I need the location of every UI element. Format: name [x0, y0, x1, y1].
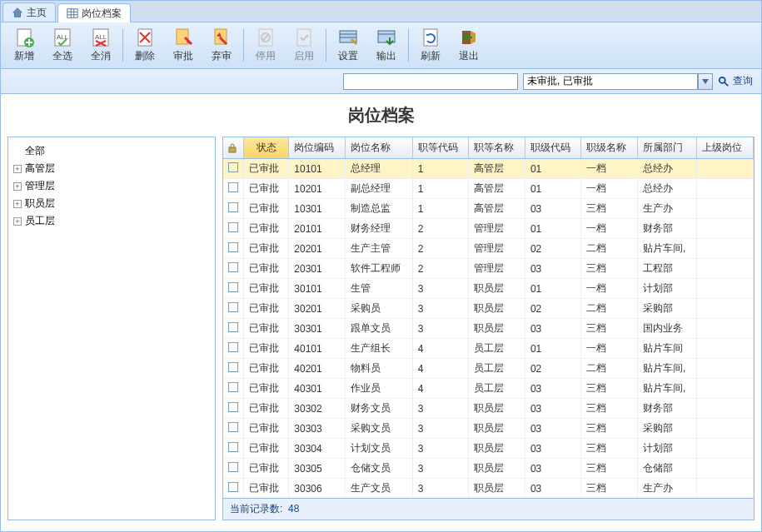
cell-grade-name: 高管层: [469, 179, 525, 199]
row-checkbox[interactable]: [223, 279, 244, 299]
toolbar-separator: [408, 29, 409, 62]
col-grade_code[interactable]: 职等代码: [412, 137, 469, 159]
table-row[interactable]: 已审批20301软件工程师2管理层03三档工程部: [223, 259, 754, 279]
cell-name: 财务经理: [345, 219, 412, 239]
col-status[interactable]: 状态: [244, 137, 289, 159]
cell-upper: [697, 339, 754, 359]
cell-upper: [697, 379, 754, 399]
exit-button[interactable]: 退出: [451, 26, 487, 65]
table-row[interactable]: 已审批10101总经理1高管层01一档总经办: [223, 159, 754, 179]
deselect-button[interactable]: ALL全消: [82, 26, 119, 65]
expand-icon[interactable]: +: [13, 200, 22, 208]
cell-name: 副总经理: [345, 179, 412, 199]
table-row[interactable]: 已审批40301作业员4员工层03三档贴片车间,: [223, 379, 754, 399]
row-checkbox[interactable]: [223, 239, 244, 259]
row-checkbox[interactable]: [223, 299, 244, 319]
cell-level-name: 三档: [581, 319, 638, 339]
row-checkbox[interactable]: [223, 479, 244, 499]
tab-home[interactable]: 主页: [2, 2, 56, 22]
col-level_name[interactable]: 职级名称: [581, 137, 638, 159]
col-dept[interactable]: 所属部门: [638, 137, 697, 159]
row-checkbox[interactable]: [223, 459, 244, 479]
delete-button[interactable]: 删除: [127, 26, 163, 65]
table-row[interactable]: 已审批30302财务文员3职员层03三档财务部: [223, 399, 754, 419]
table-row[interactable]: 已审批20201生产主管2管理层02二档贴片车间,: [223, 239, 754, 259]
col-level_code[interactable]: 职级代码: [525, 137, 581, 159]
cell-code: 20101: [289, 219, 346, 239]
cell-status: 已审批: [244, 219, 289, 239]
row-checkbox[interactable]: [223, 379, 244, 399]
cell-dept: 仓储部: [638, 459, 697, 479]
table-row[interactable]: 已审批30201采购员3职员层02二档采购部: [223, 299, 754, 319]
cell-level-code: 01: [525, 179, 581, 199]
tree-node-4[interactable]: +员工层: [13, 212, 210, 230]
svg-rect-17: [297, 29, 311, 46]
tree-node-0[interactable]: 全部: [13, 142, 210, 160]
col-upper[interactable]: 上级岗位: [697, 137, 754, 159]
tab-position-archive[interactable]: 岗位档案: [57, 3, 131, 22]
row-checkbox[interactable]: [223, 319, 244, 339]
table-row[interactable]: 已审批40101生产组长4员工层01一档贴片车间: [223, 339, 754, 359]
query-button[interactable]: 查询: [718, 74, 753, 88]
refresh-button[interactable]: 刷新: [412, 26, 449, 65]
cell-level-name: 一档: [581, 179, 638, 199]
table-row[interactable]: 已审批20101财务经理2管理层01一档财务部: [223, 219, 754, 239]
cell-dept: 计划部: [638, 439, 697, 459]
row-checkbox[interactable]: [223, 159, 244, 179]
add-button[interactable]: 新增: [6, 26, 42, 65]
col-chk[interactable]: [223, 137, 244, 159]
cell-name: 计划文员: [345, 439, 412, 459]
table-row[interactable]: 已审批30304计划文员3职员层03三档计划部: [223, 439, 754, 459]
cell-grade-code: 3: [412, 459, 469, 479]
tool-label: 弃审: [212, 49, 232, 63]
row-checkbox[interactable]: [223, 399, 244, 419]
grid-scroll[interactable]: 状态岗位编码岗位名称职等代码职等名称职级代码职级名称所属部门上级岗位 已审批10…: [223, 137, 754, 498]
row-checkbox[interactable]: [223, 359, 244, 379]
cell-dept: 采购部: [638, 419, 697, 439]
cell-name: 制造总监: [345, 199, 412, 219]
expand-icon[interactable]: +: [13, 165, 22, 173]
table-row[interactable]: 已审批40201物料员4员工层02二档贴片车间,: [223, 359, 754, 379]
row-checkbox[interactable]: [223, 339, 244, 359]
unapprove-button[interactable]: 弃审: [203, 26, 240, 65]
status-filter-value[interactable]: [523, 73, 698, 90]
table-row[interactable]: 已审批30306生产文员3职员层03三档生产办: [223, 479, 754, 499]
table-row[interactable]: 已审批10301制造总监1高管层03三档生产办: [223, 199, 754, 219]
cell-status: 已审批: [244, 259, 289, 279]
data-grid: 状态岗位编码岗位名称职等代码职等名称职级代码职级名称所属部门上级岗位 已审批10…: [223, 137, 754, 498]
status-label: 当前记录数:: [230, 503, 282, 515]
cell-status: 已审批: [244, 179, 289, 199]
tree-node-3[interactable]: +职员层: [13, 195, 210, 212]
tree-node-1[interactable]: +高管层: [13, 160, 210, 177]
chevron-down-icon[interactable]: [698, 73, 713, 90]
settings-button[interactable]: 设置: [330, 26, 366, 65]
table-row[interactable]: 已审批30303采购文员3职员层03三档采购部: [223, 419, 754, 439]
export-button[interactable]: 输出: [368, 26, 405, 65]
status-filter-dropdown[interactable]: [523, 73, 713, 90]
row-checkbox[interactable]: [223, 219, 244, 239]
selectall-button[interactable]: ALL全选: [44, 26, 81, 65]
table-row[interactable]: 已审批30101生管3职员层01一档计划部: [223, 279, 754, 299]
expand-icon[interactable]: +: [13, 182, 22, 191]
cell-dept: 生产办: [638, 199, 697, 219]
row-checkbox[interactable]: [223, 199, 244, 219]
table-row[interactable]: 已审批30305仓储文员3职员层03三档仓储部: [223, 459, 754, 479]
table-row[interactable]: 已审批10201副总经理1高管层01一档总经办: [223, 179, 754, 199]
row-checkbox[interactable]: [223, 259, 244, 279]
table-row[interactable]: 已审批30301跟单文员3职员层03三档国内业务: [223, 319, 754, 339]
tree-node-2[interactable]: +管理层: [13, 177, 210, 195]
expand-icon[interactable]: +: [13, 217, 22, 226]
approve-icon: [173, 27, 193, 47]
row-checkbox[interactable]: [223, 439, 244, 459]
col-name[interactable]: 岗位名称: [345, 137, 412, 159]
cell-grade-name: 高管层: [469, 159, 525, 179]
cell-grade-code: 2: [412, 219, 469, 239]
row-checkbox[interactable]: [223, 179, 244, 199]
cell-code: 10101: [289, 159, 346, 179]
row-checkbox[interactable]: [223, 419, 244, 439]
col-grade_name[interactable]: 职等名称: [469, 137, 525, 159]
cell-status: 已审批: [244, 379, 289, 399]
approve-button[interactable]: 审批: [165, 26, 202, 65]
col-code[interactable]: 岗位编码: [289, 137, 346, 159]
search-input[interactable]: [343, 73, 518, 90]
